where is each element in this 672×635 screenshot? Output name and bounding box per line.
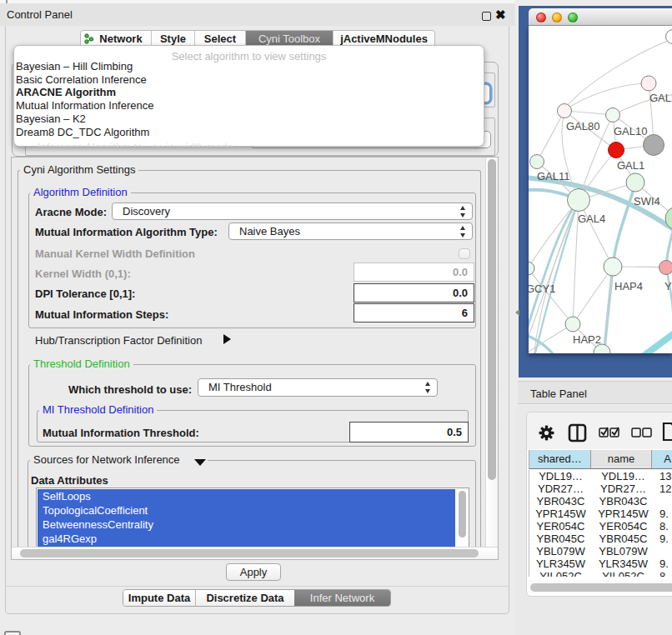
svg-text:GAL10: GAL10	[614, 125, 647, 138]
svg-text:SWI4: SWI4	[634, 195, 660, 208]
svg-text:GAL1: GAL1	[617, 159, 644, 172]
svg-text:GAL4: GAL4	[578, 212, 605, 225]
svg-text:GAL80: GAL80	[566, 120, 599, 132]
svg-text:HAP4: HAP4	[614, 280, 643, 292]
svg-text:GAL11: GAL11	[537, 170, 570, 182]
svg-text:HAP2: HAP2	[573, 333, 601, 346]
svg-text:GAL2: GAL2	[649, 92, 672, 104]
svg-text:GCY1: GCY1	[529, 282, 555, 295]
svg-text:YM: YM	[664, 280, 672, 292]
